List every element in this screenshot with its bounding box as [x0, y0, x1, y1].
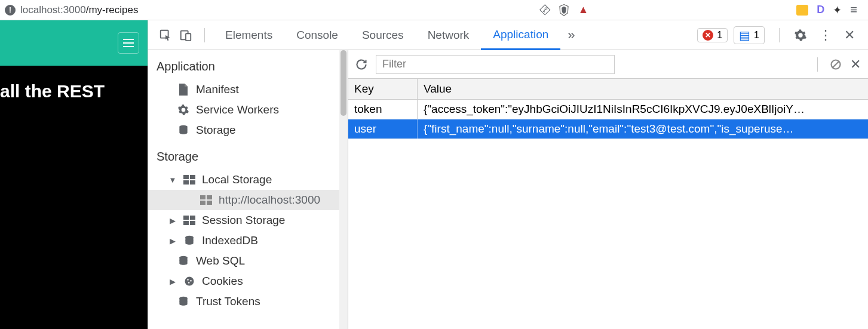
sidebar-item-storage[interactable]: Storage	[148, 120, 348, 140]
database-icon	[177, 124, 190, 137]
svg-rect-14	[207, 201, 212, 205]
gear-icon	[177, 103, 190, 116]
cell-value: {"first_name":null,"surname":null,"email…	[418, 119, 868, 139]
database-icon	[183, 234, 196, 247]
svg-rect-12	[207, 195, 212, 199]
svg-rect-15	[183, 216, 189, 220]
cell-key: user	[348, 119, 418, 139]
tab-elements[interactable]: Elements	[213, 20, 284, 50]
device-toolbar-icon[interactable]	[176, 25, 196, 45]
svg-rect-9	[183, 180, 189, 185]
url-port: :3000	[60, 4, 86, 16]
errors-badge[interactable]: ✕ 1	[697, 28, 728, 42]
grid-icon	[183, 214, 196, 227]
errors-count: 1	[717, 30, 722, 41]
item-label: IndexedDB	[202, 234, 258, 247]
svg-rect-8	[190, 175, 195, 179]
kebab-menu-icon[interactable]: ⋮	[813, 27, 838, 43]
close-devtools-icon[interactable]: ✕	[838, 27, 861, 43]
extension-icon-d[interactable]: D	[817, 4, 824, 16]
sidebar-item-websql[interactable]: Web SQL	[148, 251, 348, 271]
sidebar-item-session-storage[interactable]: ▶ Session Storage	[148, 210, 348, 230]
svg-rect-13	[200, 201, 206, 205]
header-value[interactable]: Value	[418, 79, 868, 99]
tab-console[interactable]: Console	[284, 20, 350, 50]
header-key[interactable]: Key	[348, 79, 418, 99]
filter-field	[376, 55, 615, 74]
refresh-icon[interactable]	[355, 59, 367, 70]
item-label: Cookies	[202, 275, 243, 288]
svg-rect-16	[190, 216, 195, 220]
browser-menu-icon[interactable]: ≡	[850, 3, 857, 17]
storage-toolbar: ✕	[348, 50, 868, 79]
extension-icon-yellow[interactable]	[796, 5, 808, 16]
sidebar-scrollbar[interactable]	[339, 50, 348, 329]
svg-point-22	[187, 279, 189, 281]
svg-rect-10	[190, 180, 195, 185]
storage-content: ✕ Key Value token {"access_token":"eyJhb…	[348, 50, 868, 329]
site-info-icon[interactable]: !	[5, 5, 16, 16]
inspect-element-icon[interactable]	[155, 25, 176, 45]
item-label: Local Storage	[202, 173, 272, 186]
page-hero-text: all the REST	[0, 66, 148, 100]
messages-badge[interactable]: ▤ 1	[734, 26, 765, 44]
brave-shield-icon[interactable]	[558, 4, 570, 17]
svg-rect-17	[183, 221, 189, 225]
delete-selected-icon[interactable]: ✕	[850, 57, 861, 72]
svg-point-21	[185, 277, 194, 286]
cookie-icon	[183, 275, 196, 288]
grid-icon	[200, 193, 213, 207]
cell-value: {"access_token":"eyJhbGciOiJIUzI1NiIsInR…	[418, 100, 868, 119]
message-icon: ▤	[739, 28, 750, 42]
more-tabs-icon[interactable]: »	[560, 27, 582, 43]
url-host: localhost	[20, 4, 60, 16]
url-path: /my-recipes	[86, 4, 139, 16]
cell-key: token	[348, 100, 418, 119]
sidebar-item-cookies[interactable]: ▶ Cookies	[148, 271, 348, 291]
table-row[interactable]: token {"access_token":"eyJhbGciOiJIUzI1N…	[348, 100, 868, 119]
database-icon	[177, 295, 190, 308]
clear-all-icon[interactable]	[830, 59, 842, 70]
application-sidebar: Application Manifest Service Workers Sto…	[148, 50, 348, 329]
item-label: Storage	[196, 124, 236, 137]
file-icon	[177, 83, 190, 96]
chevron-down-icon: ▼	[168, 176, 177, 185]
tab-sources[interactable]: Sources	[350, 20, 416, 50]
settings-gear-icon[interactable]	[788, 29, 813, 42]
storage-table: Key Value token {"access_token":"eyJhbGc…	[348, 79, 868, 329]
item-label: Web SQL	[196, 254, 245, 267]
item-label: http://localhost:3000	[219, 193, 320, 207]
table-header: Key Value	[348, 79, 868, 100]
item-label: Service Workers	[196, 103, 279, 116]
sidebar-item-manifest[interactable]: Manifest	[148, 79, 348, 100]
devtools-tabbar: Elements Console Sources Network Applica…	[148, 20, 868, 50]
password-key-icon[interactable]: ⚿	[537, 2, 551, 17]
toolbar-extensions: ⚿ ▲ D ✦ ≡	[540, 3, 864, 17]
tab-application[interactable]: Application	[481, 20, 560, 50]
section-header-application: Application	[148, 50, 348, 79]
hamburger-menu-button[interactable]	[118, 32, 139, 54]
item-label: Trust Tokens	[196, 295, 260, 308]
svg-point-23	[190, 280, 192, 282]
section-header-storage: Storage	[148, 140, 348, 170]
sidebar-item-service-workers[interactable]: Service Workers	[148, 100, 348, 120]
sidebar-item-local-storage[interactable]: ▼ Local Storage	[148, 170, 348, 190]
extensions-menu-icon[interactable]: ✦	[833, 4, 842, 17]
svg-rect-5	[186, 33, 191, 41]
filter-input[interactable]	[376, 55, 615, 74]
error-icon: ✕	[703, 30, 713, 41]
svg-rect-18	[190, 221, 195, 225]
item-label: Session Storage	[202, 214, 285, 227]
chevron-right-icon: ▶	[168, 277, 177, 286]
item-label: Manifest	[196, 83, 239, 96]
sidebar-item-indexeddb[interactable]: ▶ IndexedDB	[148, 230, 348, 251]
sidebar-item-local-storage-origin[interactable]: http://localhost:3000	[148, 190, 348, 210]
svg-rect-11	[200, 195, 206, 199]
page-header	[0, 20, 148, 66]
tab-network[interactable]: Network	[416, 20, 481, 50]
messages-count: 1	[754, 30, 759, 41]
authenticator-icon[interactable]: ▲	[578, 4, 589, 16]
url-display[interactable]: localhost:3000/my-recipes	[20, 4, 139, 16]
sidebar-item-trust-tokens[interactable]: Trust Tokens	[148, 291, 348, 312]
table-row[interactable]: user {"first_name":null,"surname":null,"…	[348, 119, 868, 139]
